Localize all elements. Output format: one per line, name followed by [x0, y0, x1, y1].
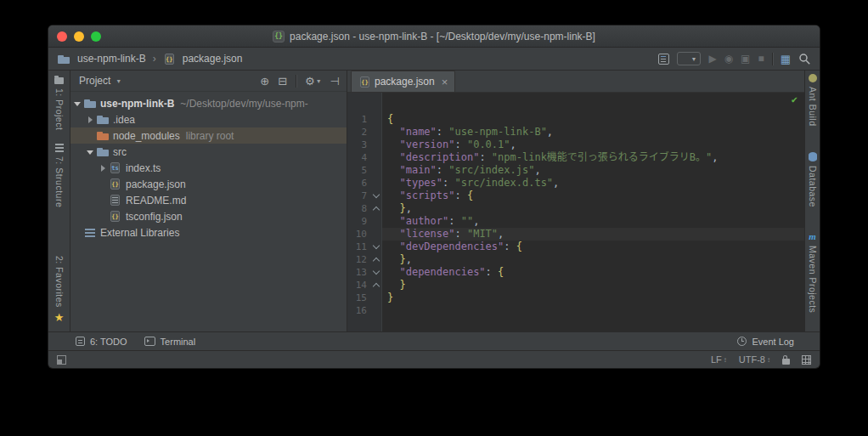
debug-button[interactable]: ◉	[724, 54, 733, 64]
tool-button-ant-build[interactable]: Ant Build	[808, 74, 818, 127]
code-text: "name": "use-npm-link-B",	[382, 126, 804, 139]
locate-button[interactable]: ⊕	[260, 76, 269, 87]
tree-collapsed-icon[interactable]	[85, 113, 96, 127]
line-number: 16	[347, 304, 370, 317]
code-text: {	[382, 113, 804, 126]
tree-indent	[72, 226, 83, 240]
project-tool-label: 1: Project	[54, 88, 65, 130]
tool-button-project[interactable]: 1: Project	[54, 76, 65, 130]
tool-windows-button[interactable]: ▦	[781, 54, 791, 65]
editor[interactable]: 1{2 "name": "use-npm-link-B",3 "version"…	[347, 93, 804, 331]
navigation-bar: use-npm-link-B › package.json ▼ ▶ ◉ ▣ ■ …	[48, 48, 820, 71]
settings-button[interactable]: ⚙ ▼	[305, 76, 322, 87]
event-log-label: Event Log	[752, 337, 794, 347]
fold-end-icon[interactable]	[370, 279, 382, 292]
status-bar: LF ↕ UTF-8 ↕	[48, 350, 820, 368]
fold-start-icon[interactable]	[370, 190, 382, 202]
close-button[interactable]	[57, 31, 67, 42]
tab-package-json[interactable]: package.json ×	[351, 71, 455, 92]
code-line-9: 9 "author": "",	[347, 215, 804, 228]
tool-button-maven[interactable]: m Maven Projects	[808, 232, 818, 313]
collapse-all-button[interactable]: ⊟	[278, 76, 287, 87]
minimize-button[interactable]	[74, 31, 84, 42]
terminal-label: Terminal	[161, 337, 196, 347]
code-line-3: 3 "version": "0.0.1",	[347, 139, 804, 151]
panel-divider	[296, 75, 296, 88]
tree-expanded-icon[interactable]	[85, 145, 96, 159]
fold-end-icon[interactable]	[370, 202, 382, 215]
tree-node-label: node_modules	[113, 130, 180, 142]
todo-button[interactable]: 6: TODO	[76, 337, 127, 347]
tree-row-package-json[interactable]: package.json	[70, 176, 347, 192]
tree-indent	[85, 129, 96, 143]
coverage-button[interactable]: ▣	[741, 54, 750, 64]
stop-button[interactable]: ■	[758, 54, 764, 64]
tree-node-suffix: library root	[186, 130, 234, 142]
tree-row-external-libraries[interactable]: External Libraries	[70, 224, 347, 241]
breadcrumb-project[interactable]: use-npm-link-B	[57, 53, 146, 65]
search-everywhere-button[interactable]	[798, 53, 811, 65]
fold-start-icon[interactable]	[370, 241, 382, 253]
tree-row-node-modules[interactable]: node_moduleslibrary root	[70, 127, 347, 144]
editor-tabs: package.json ×	[347, 71, 804, 93]
run-button[interactable]: ▶	[708, 54, 716, 64]
line-number: 4	[347, 151, 370, 164]
terminal-button[interactable]: Terminal	[144, 337, 196, 347]
line-number: 5	[347, 164, 370, 177]
hide-panel-button[interactable]: ⊣	[330, 76, 340, 87]
tree-expanded-icon[interactable]	[72, 97, 83, 110]
lock-icon[interactable]	[782, 359, 790, 365]
toolwindow-toggle-button[interactable]	[57, 355, 66, 365]
tree-collapsed-icon[interactable]	[98, 161, 109, 175]
file-ts-icon	[109, 161, 122, 175]
tool-button-favorites[interactable]: 2: Favorites ★	[54, 256, 65, 323]
line-number: 12	[347, 253, 370, 266]
run-configurations-icon[interactable]	[658, 54, 669, 65]
project-view-selector[interactable]: Project ▼	[79, 75, 121, 87]
zoom-button[interactable]	[91, 31, 101, 42]
code-text: "scripts": {	[382, 190, 804, 202]
traffic-lights	[57, 31, 101, 42]
line-separator-selector[interactable]: LF ↕	[711, 354, 727, 365]
run-config-selector[interactable]: ▼	[677, 52, 701, 65]
code-text: }	[382, 292, 804, 304]
code-line-7: 7 "scripts": {	[347, 190, 804, 202]
close-tab-icon[interactable]: ×	[442, 76, 448, 88]
project-panel-title: Project	[79, 75, 110, 87]
tree-row-tsconfig-json[interactable]: tsconfig.json	[70, 208, 347, 224]
code-line-12: 12 },	[347, 253, 804, 266]
grid-icon[interactable]	[802, 355, 811, 365]
tree-row-readme-md[interactable]: README.md	[70, 192, 347, 208]
folder-icon	[96, 113, 110, 127]
tree-node-label: .idea	[113, 114, 135, 126]
event-log-button[interactable]: Event Log	[737, 337, 794, 347]
tool-button-structure[interactable]: 7: Structure	[54, 144, 65, 207]
structure-tool-label: 7: Structure	[54, 156, 65, 207]
fold-end-icon[interactable]	[370, 253, 382, 266]
tree-row-use-npm-link-b[interactable]: use-npm-link-B~/Desktop/dev/my/use-npm-	[70, 95, 347, 111]
json-file-icon	[163, 53, 175, 65]
fold-gutter	[370, 126, 382, 139]
code-line-14: 14 }	[347, 279, 804, 292]
tree-row-index-ts[interactable]: index.ts	[70, 160, 347, 176]
titlebar: {} package.json - use-npm-link-B - [~/De…	[48, 25, 820, 48]
tree-row--idea[interactable]: .idea	[70, 111, 347, 127]
bottom-tool-bar: 6: TODO Terminal Event Log	[48, 331, 820, 350]
project-tool-icon	[54, 77, 64, 84]
code-text: },	[382, 202, 804, 215]
editor-code: 1{2 "name": "use-npm-link-B",3 "version"…	[347, 113, 804, 317]
tree-row-src[interactable]: src	[70, 144, 347, 160]
breadcrumb-file[interactable]: package.json	[163, 53, 243, 65]
tool-button-database[interactable]: Database	[808, 152, 818, 207]
tree-node-label: External Libraries	[100, 227, 179, 239]
fold-start-icon[interactable]	[370, 266, 382, 279]
file-json-icon	[109, 178, 122, 191]
code-line-1: 1{	[347, 113, 804, 126]
line-number: 10	[347, 228, 370, 241]
code-line-4: 4 "description": "npm-link機能で引っ張られるライブラリ…	[347, 151, 804, 164]
fold-gutter	[370, 151, 382, 164]
inspections-status-icon[interactable]: ✔	[792, 94, 798, 105]
line-number: 7	[347, 190, 370, 202]
encoding-selector[interactable]: UTF-8 ↕	[739, 354, 770, 365]
search-icon	[798, 53, 811, 65]
